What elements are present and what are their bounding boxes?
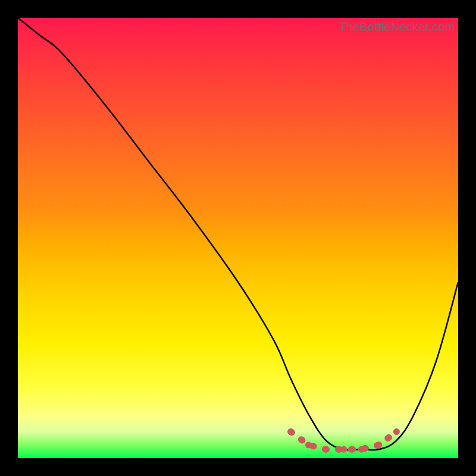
bottleneck-curve — [18, 18, 458, 458]
chart-frame: TheBottleNecker.com — [18, 18, 458, 458]
svg-point-4 — [358, 446, 365, 453]
svg-point-0 — [287, 428, 294, 435]
svg-point-5 — [375, 441, 382, 448]
svg-point-2 — [323, 446, 330, 453]
svg-point-1 — [305, 441, 312, 448]
svg-point-3 — [340, 446, 347, 453]
svg-point-6 — [393, 428, 400, 435]
attribution-text: TheBottleNecker.com — [339, 20, 455, 34]
